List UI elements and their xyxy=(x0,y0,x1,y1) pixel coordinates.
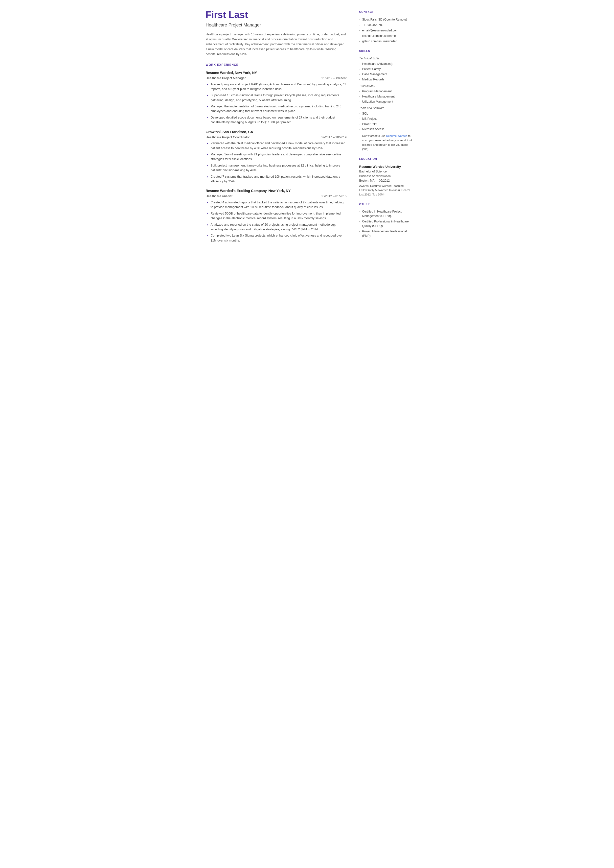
skill-medical-records: Medical Records xyxy=(359,77,412,82)
bullet-1-4: Developed detailed scope documents based… xyxy=(207,115,347,125)
edu-degree: Bachelor of Science xyxy=(359,169,412,174)
bullet-1-3: Managed the implementation of 5 new elec… xyxy=(207,104,347,114)
skill-utilization-mgmt: Utilization Management xyxy=(359,99,412,104)
candidate-summary: Healthcare project manager with 10 years… xyxy=(206,32,347,57)
bullet-3-1: Created 4 automated reports that tracked… xyxy=(207,200,347,210)
job-dates-3: 06/2012 – 01/2015 xyxy=(321,194,346,199)
job-company-3: Resume Worded's Exciting Company, New Yo… xyxy=(206,188,347,194)
tools-list: SQL MS Project PowerPoint Microsoft Acce… xyxy=(359,111,412,131)
job-block-2: Growthsi, San Francisco, CA Healthcare P… xyxy=(206,129,347,184)
job-role-2: Healthcare Project Coordinator xyxy=(206,135,250,140)
contact-section: CONTACT Sioux Falls, SD (Open to Remote)… xyxy=(359,10,412,43)
skill-program-mgmt: Program Management xyxy=(359,89,412,93)
bullet-2-4: Created 7 systems that tracked and monit… xyxy=(207,174,347,184)
skill-healthcare-mgmt: Healthcare Management xyxy=(359,94,412,99)
note-prefix: Don't forget to use xyxy=(362,134,386,137)
skill-sql: SQL xyxy=(359,111,412,116)
candidate-job-title: Healthcare Project Manager xyxy=(206,22,347,28)
left-column: First Last Healthcare Project Manager He… xyxy=(196,0,354,314)
job-meta-2: Healthcare Project Coordinator 02/2017 –… xyxy=(206,135,347,140)
job-role-3: Healthcare Analyst xyxy=(206,194,233,199)
edu-location: Boston, MA — 05/2012 xyxy=(359,179,412,183)
other-item-1: Certified in Healthcare Project Manageme… xyxy=(359,209,412,218)
contact-header: CONTACT xyxy=(359,10,412,16)
edu-awards: Awards: Resume Worded Teaching Fellow (o… xyxy=(359,184,412,197)
skill-healthcare: Healthcare (Advanced) xyxy=(359,62,412,66)
right-column: CONTACT Sioux Falls, SD (Open to Remote)… xyxy=(354,0,419,314)
job-bullets-1: Tracked program and project RAID (Risks,… xyxy=(206,82,347,125)
edu-field: Business Administration xyxy=(359,174,412,179)
contact-item-location: Sioux Falls, SD (Open to Remote) xyxy=(359,17,412,22)
job-company-1: Resume Worded, New York, NY xyxy=(206,70,347,76)
job-role-1: Healthcare Project Manager xyxy=(206,76,246,81)
education-section: EDUCATION Resume Worded University Bache… xyxy=(359,157,412,197)
job-dates-2: 02/2017 – 10/2019 xyxy=(321,135,346,140)
job-block-1: Resume Worded, New York, NY Healthcare P… xyxy=(206,70,347,125)
skill-case-management: Case Management xyxy=(359,72,412,76)
other-item-2: Certified Professional in Healthcare Qua… xyxy=(359,219,412,228)
other-list: Certified in Healthcare Project Manageme… xyxy=(359,209,412,238)
bullet-1-1: Tracked program and project RAID (Risks,… xyxy=(207,82,347,92)
bullet-3-2: Reviewed 50GB of healthcare data to iden… xyxy=(207,211,347,221)
contact-item-phone: +1-234-456-789 xyxy=(359,23,412,27)
candidate-name: First Last xyxy=(206,10,347,20)
technical-skills-label: Technical Skills: xyxy=(359,56,412,61)
bullet-2-3: Built project management frameworks into… xyxy=(207,163,347,173)
contact-list: Sioux Falls, SD (Open to Remote) +1-234-… xyxy=(359,17,412,43)
resume-worded-note: Don't forget to use Resume Worded to sca… xyxy=(359,134,412,151)
bullet-2-2: Managed 1-on-1 meetings with 21 physicia… xyxy=(207,152,347,162)
techniques-label: Techniques: xyxy=(359,84,412,88)
bullet-2-1: Partnered with the chief medical officer… xyxy=(207,141,347,151)
bullet-3-3: Analyzed and reported on the status of 2… xyxy=(207,222,347,232)
bullet-3-4: Completed two Lean Six Sigma projects, w… xyxy=(207,233,347,243)
skill-ms-project: MS Project xyxy=(359,116,412,121)
job-meta-1: Healthcare Project Manager 11/2019 – Pre… xyxy=(206,76,347,81)
technical-skills-list: Healthcare (Advanced) Patient Safety Cas… xyxy=(359,62,412,82)
work-experience-section: WORK EXPERIENCE Resume Worded, New York,… xyxy=(206,63,347,243)
job-bullets-2: Partnered with the chief medical officer… xyxy=(206,141,347,184)
tools-label: Tools and Software: xyxy=(359,106,412,110)
work-experience-header: WORK EXPERIENCE xyxy=(206,63,347,68)
job-dates-1: 11/2019 – Present xyxy=(321,76,346,81)
other-section: OTHER Certified in Healthcare Project Ma… xyxy=(359,202,412,238)
job-company-2: Growthsi, San Francisco, CA xyxy=(206,129,347,135)
job-meta-3: Healthcare Analyst 06/2012 – 01/2015 xyxy=(206,194,347,199)
contact-item-github: github.com/resumeworded xyxy=(359,39,412,43)
contact-item-email: email@resumeworded.com xyxy=(359,28,412,33)
skills-section: SKILLS Technical Skills: Healthcare (Adv… xyxy=(359,49,412,152)
job-block-3: Resume Worded's Exciting Company, New Yo… xyxy=(206,188,347,243)
bullet-1-2: Supervised 10 cross-functional teams thr… xyxy=(207,93,347,103)
other-header: OTHER xyxy=(359,202,412,208)
education-header: EDUCATION xyxy=(359,157,412,162)
skill-powerpoint: PowerPoint xyxy=(359,122,412,126)
skill-patient-safety: Patient Safety xyxy=(359,67,412,71)
contact-item-linkedin: linkedin.com/in/username xyxy=(359,34,412,38)
other-item-3: Project Management Professional (PMP). xyxy=(359,229,412,238)
job-bullets-3: Created 4 automated reports that tracked… xyxy=(206,200,347,243)
skill-ms-access: Microsoft Access xyxy=(359,127,412,131)
resume-worded-link[interactable]: Resume Worded xyxy=(386,134,407,137)
techniques-list: Program Management Healthcare Management… xyxy=(359,89,412,104)
resume-page: First Last Healthcare Project Manager He… xyxy=(196,0,419,314)
edu-school: Resume Worded University xyxy=(359,164,412,169)
skills-header: SKILLS xyxy=(359,49,412,54)
